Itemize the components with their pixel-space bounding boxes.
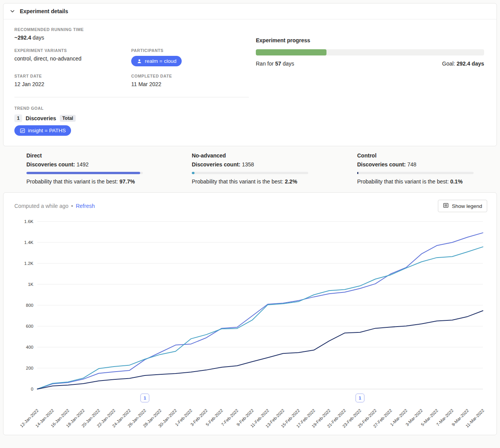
- variant-probability-bar: [357, 172, 474, 174]
- experiment-progress-section: Experiment progress Ran for 57 days Goal…: [249, 27, 490, 136]
- participants-label: PARTICIPANTS: [131, 48, 249, 53]
- y-tick-label: 1.4K: [24, 240, 33, 245]
- computed-text: Computed a while ago: [14, 203, 68, 209]
- annotation-badge-label[interactable]: 1: [359, 396, 361, 400]
- variant-probability: Probability that this variant is the bes…: [357, 178, 474, 185]
- start-date-value: 12 Jan 2022: [14, 81, 131, 87]
- variant-name: No-advanced: [192, 152, 308, 159]
- completed-date-value: 11 Mar 2022: [131, 81, 249, 87]
- y-tick-label: 200: [26, 366, 33, 370]
- experiment-variants-value: control, direct, no-advanced: [14, 55, 131, 62]
- variant-summary-row: Direct Discoveries count: 1492 Probabili…: [0, 149, 500, 189]
- metric-total-badge: Total: [60, 115, 76, 122]
- metric-name: Discoveries: [26, 115, 56, 121]
- progress-fill: [256, 49, 326, 55]
- trend-goal-field: TREND GOAL 1 Discoveries Total insight =…: [14, 106, 249, 136]
- variant-card-no-advanced: No-advanced Discoveries count: 1358 Prob…: [192, 152, 308, 185]
- experiment-details-panel: Experiment details RECOMMENDED RUNNING T…: [3, 3, 497, 146]
- computed-status: Computed a while ago • Refresh: [14, 203, 95, 209]
- participants-filter-pill[interactable]: realm = cloud: [131, 56, 182, 66]
- annotation-badge-label[interactable]: 1: [144, 396, 146, 400]
- series-line-control: [37, 311, 483, 389]
- variant-card-direct: Direct Discoveries count: 1492 Probabili…: [26, 152, 143, 185]
- experiment-details-body: RECOMMENDED RUNNING TIME ~292.4 days EXP…: [3, 19, 497, 146]
- y-tick-label: 1.2K: [24, 261, 33, 266]
- page: Experiment details RECOMMENDED RUNNING T…: [0, 3, 500, 435]
- series-line-no-advanced: [37, 247, 483, 389]
- variant-probability: Probability that this variant is the bes…: [192, 178, 308, 185]
- y-tick-label: 600: [26, 324, 33, 329]
- variant-probability-bar: [26, 172, 143, 174]
- metric-index-badge: 1: [14, 114, 22, 122]
- goal-text: Goal: 292.4 days: [442, 61, 484, 67]
- variant-name: Direct: [26, 152, 143, 159]
- results-chart-panel: Computed a while ago • Refresh Show lege…: [3, 192, 497, 435]
- panel-title: Experiment details: [20, 8, 68, 14]
- experiment-variants-label: EXPERIMENT VARIANTS: [14, 48, 131, 53]
- trend-chart: 02004006008001K1.2K1.4K1.6K12-Jan-202214…: [12, 217, 488, 432]
- y-tick-label: 1K: [28, 282, 33, 287]
- variant-count: Discoveries count: 1492: [26, 161, 143, 168]
- variant-probability: Probability that this variant is the bes…: [26, 178, 143, 185]
- y-tick-label: 400: [26, 345, 33, 349]
- variant-card-control: Control Discoveries count: 748 Probabili…: [357, 152, 474, 185]
- separator-dot: •: [71, 203, 73, 209]
- variant-count: Discoveries count: 1358: [192, 161, 308, 168]
- show-legend-button[interactable]: Show legend: [438, 200, 487, 212]
- person-icon: [137, 59, 142, 64]
- y-tick-label: 800: [26, 303, 33, 308]
- completed-date-label: COMPLETED DATE: [131, 74, 249, 78]
- running-time-unit: days: [31, 35, 44, 41]
- chevron-down-icon[interactable]: [9, 8, 16, 14]
- participants-field: PARTICIPANTS realm = cloud: [131, 48, 249, 66]
- details-left-column: RECOMMENDED RUNNING TIME ~292.4 days EXP…: [14, 27, 249, 136]
- running-time-label: RECOMMENDED RUNNING TIME: [14, 27, 249, 32]
- series-line-direct: [37, 233, 483, 389]
- refresh-link[interactable]: Refresh: [76, 203, 95, 209]
- variant-count: Discoveries count: 748: [357, 161, 474, 168]
- trend-goal-label: TREND GOAL: [14, 106, 249, 111]
- running-time-field: RECOMMENDED RUNNING TIME ~292.4 days: [14, 27, 249, 41]
- insight-pill-label: insight = PATHS: [28, 128, 66, 133]
- running-time-value: ~292.4: [14, 35, 31, 41]
- y-tick-label: 1.6K: [24, 219, 33, 224]
- progress-title: Experiment progress: [256, 37, 484, 43]
- participants-pill-label: realm = cloud: [145, 58, 176, 64]
- experiment-variants-field: EXPERIMENT VARIANTS control, direct, no-…: [14, 48, 131, 66]
- completed-date-field: COMPLETED DATE 11 Mar 2022: [131, 74, 249, 87]
- ran-for-text: Ran for 57 days: [256, 61, 294, 67]
- start-date-label: START DATE: [14, 74, 131, 78]
- progress-bar: [256, 49, 484, 55]
- insight-filter-pill[interactable]: insight = PATHS: [14, 125, 71, 136]
- variant-probability-bar: [192, 172, 308, 174]
- variant-name: Control: [357, 152, 474, 159]
- y-tick-label: 0: [31, 387, 33, 391]
- insight-icon: [20, 128, 25, 133]
- legend-icon: [443, 202, 449, 209]
- start-date-field: START DATE 12 Jan 2022: [14, 74, 131, 87]
- experiment-details-header[interactable]: Experiment details: [3, 3, 497, 19]
- details-divider: [14, 97, 249, 97]
